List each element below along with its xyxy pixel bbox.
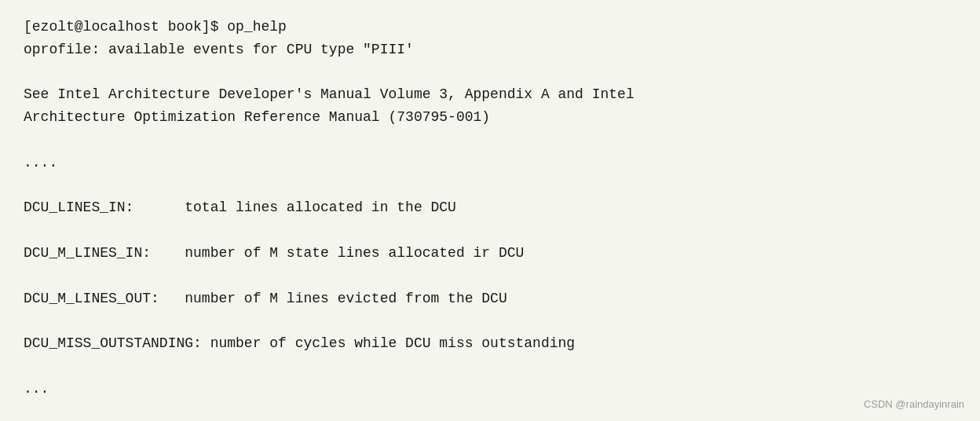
terminal-line: See Intel Architecture Developer's Manua…: [24, 83, 956, 106]
terminal-line: DCU_LINES_IN: total lines allocated in t…: [24, 196, 956, 219]
terminal-output: [ezolt@localhost book]$ op_helpoprofile:…: [24, 16, 956, 401]
terminal-line: [24, 265, 956, 287]
terminal-container: [ezolt@localhost book]$ op_helpoprofile:…: [0, 0, 980, 421]
terminal-line: DCU_MISS_OUTSTANDING: number of cycles w…: [24, 332, 956, 355]
terminal-line: [24, 174, 956, 197]
watermark: CSDN @raindayinrain: [864, 398, 964, 410]
terminal-line: [24, 61, 956, 84]
terminal-line: [24, 219, 956, 242]
terminal-line: ....: [24, 152, 956, 174]
terminal-line: oprofile: available events for CPU type …: [24, 38, 956, 61]
terminal-line: [24, 355, 956, 378]
terminal-line: [ezolt@localhost book]$ op_help: [24, 16, 956, 38]
terminal-line: [24, 129, 956, 152]
terminal-line: Architecture Optimization Reference Manu…: [24, 106, 956, 129]
terminal-line: DCU_M_LINES_OUT: number of M lines evict…: [24, 287, 956, 310]
terminal-line: DCU_M_LINES_IN: number of M state lines …: [24, 242, 956, 265]
terminal-line: [24, 309, 956, 332]
terminal-line: ...: [24, 378, 956, 401]
